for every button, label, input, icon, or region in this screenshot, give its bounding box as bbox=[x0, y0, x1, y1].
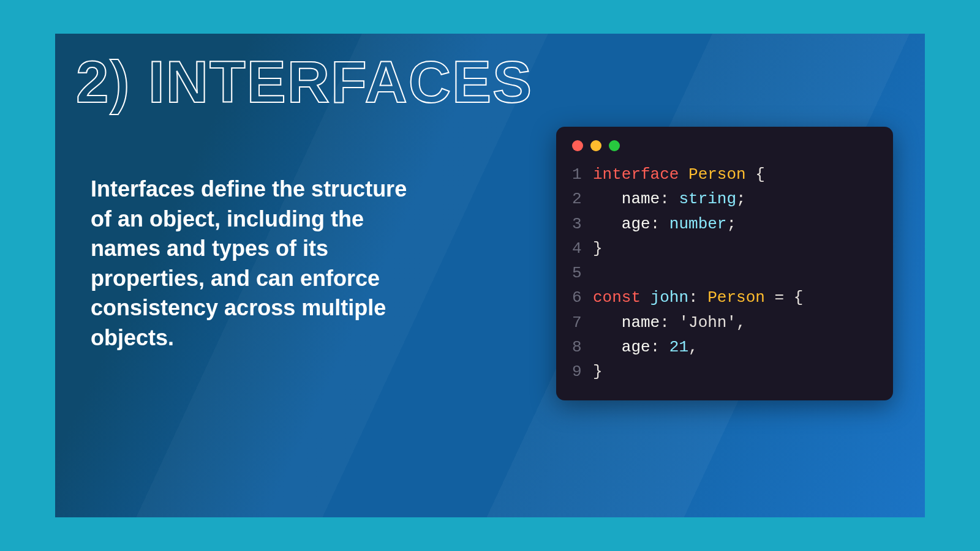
code-content: const john: Person = { bbox=[593, 285, 803, 310]
line-number: 3 bbox=[572, 212, 593, 236]
code-line: 9} bbox=[572, 359, 877, 384]
line-number: 9 bbox=[572, 359, 593, 384]
window-traffic-lights bbox=[572, 140, 877, 151]
slide-card: 2) INTERFACES Interfaces define the stru… bbox=[55, 34, 925, 517]
line-number: 5 bbox=[572, 261, 593, 285]
code-content: name: 'John', bbox=[593, 310, 746, 335]
slide-heading: 2) INTERFACES bbox=[76, 48, 533, 116]
line-number: 6 bbox=[572, 285, 593, 310]
line-number: 8 bbox=[572, 335, 593, 359]
code-content: age: number; bbox=[593, 212, 736, 236]
code-content: } bbox=[593, 359, 603, 384]
code-line: 8 age: 21, bbox=[572, 335, 877, 359]
code-content: } bbox=[593, 236, 603, 261]
traffic-light-zoom-icon bbox=[609, 140, 620, 151]
code-window: 1interface Person {2 name: string;3 age:… bbox=[556, 127, 893, 400]
traffic-light-minimize-icon bbox=[590, 140, 601, 151]
line-number: 1 bbox=[572, 162, 593, 187]
line-number: 7 bbox=[572, 310, 593, 335]
code-line: 1interface Person { bbox=[572, 162, 877, 187]
code-line: 2 name: string; bbox=[572, 187, 877, 211]
code-line: 5 bbox=[572, 261, 877, 285]
code-content: age: 21, bbox=[593, 335, 698, 359]
code-line: 4} bbox=[572, 236, 877, 261]
code-line: 6const john: Person = { bbox=[572, 285, 877, 310]
code-block: 1interface Person {2 name: string;3 age:… bbox=[572, 162, 877, 384]
code-content: interface Person { bbox=[593, 162, 765, 187]
traffic-light-close-icon bbox=[572, 140, 583, 151]
code-line: 3 age: number; bbox=[572, 212, 877, 236]
slide-description: Interfaces define the structure of an ob… bbox=[91, 174, 421, 353]
code-line: 7 name: 'John', bbox=[572, 310, 877, 335]
code-content: name: string; bbox=[593, 187, 746, 211]
code-content bbox=[593, 261, 603, 285]
line-number: 2 bbox=[572, 187, 593, 211]
line-number: 4 bbox=[572, 236, 593, 261]
